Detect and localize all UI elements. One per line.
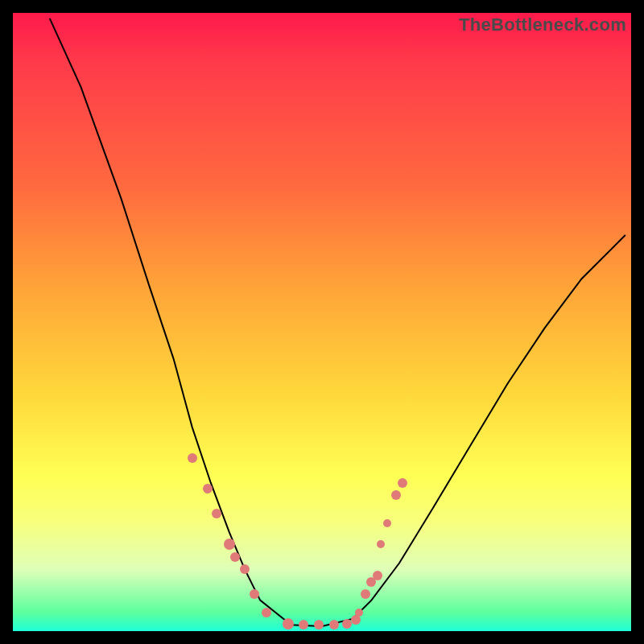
scatter-marker — [355, 609, 363, 617]
scatter-marker — [299, 620, 308, 630]
chart-gradient-background — [13, 13, 631, 631]
scatter-marker — [314, 620, 324, 630]
scatter-marker — [224, 539, 235, 550]
scatter-marker — [329, 620, 339, 630]
scatter-marker — [212, 509, 221, 518]
scatter-marker — [240, 564, 250, 574]
scatter-marker — [250, 589, 259, 599]
scatter-marker — [203, 484, 213, 493]
scatter-marker — [342, 619, 352, 629]
scatter-marker — [361, 589, 370, 599]
scatter-marker — [398, 478, 407, 488]
chart-frame: TheBottleneck.com — [13, 13, 631, 631]
scatter-marker — [373, 571, 382, 580]
scatter-marker — [283, 618, 294, 630]
scatter-marker — [377, 540, 385, 548]
watermark-text: TheBottleneck.com — [459, 14, 626, 35]
scatter-marker — [188, 453, 197, 463]
scatter-marker — [391, 490, 401, 500]
scatter-marker — [383, 519, 391, 527]
scatter-marker — [351, 615, 361, 625]
scatter-marker — [262, 608, 271, 617]
scatter-marker — [230, 552, 240, 562]
